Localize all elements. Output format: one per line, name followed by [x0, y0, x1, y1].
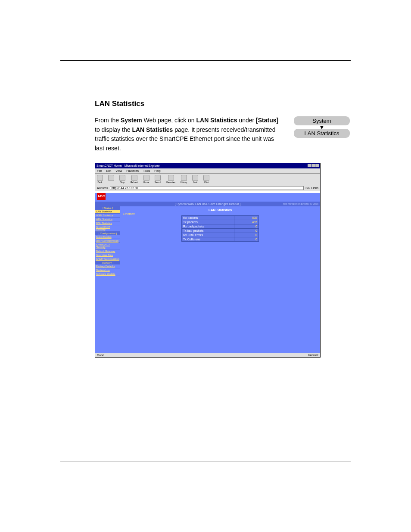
stop-icon [119, 175, 125, 181]
adc-logo: ADC [97, 193, 106, 200]
menu-edit[interactable]: Edit [106, 169, 111, 172]
home-label: Home [143, 181, 149, 184]
favorites-icon [168, 175, 174, 181]
home-icon [143, 175, 149, 181]
para-lanstats2: LAN Statistics [132, 126, 173, 133]
menu-tools[interactable]: Tools [143, 169, 150, 172]
browser-toolbar: Back Stop Refresh Home Search Favorites … [95, 174, 320, 185]
sidebar-item-factory-defaults[interactable]: Factory Defaults [95, 264, 120, 268]
para-system: System [121, 117, 142, 124]
table-row: Tx packets497 [182, 220, 259, 224]
favorites-button[interactable]: Favorites [166, 175, 175, 184]
sidebar-group-status: [ Status ] [95, 206, 120, 210]
home-button[interactable]: Home [143, 175, 149, 184]
sidebar-item-security-config[interactable]: SmartCNCT Security [95, 243, 120, 249]
forward-icon [108, 175, 114, 181]
ethernet-label: Ethernet: [123, 212, 135, 215]
stat-label: Tx bad packets [182, 228, 234, 233]
address-input[interactable]: http://144.76.102.31 [110, 186, 304, 190]
forward-button[interactable] [108, 175, 114, 184]
sidebar-item-snmp[interactable]: SNMP Communities [95, 257, 120, 261]
mail-icon [192, 175, 198, 181]
search-label: Search [155, 181, 162, 184]
content-pane: LAN Statistics Ethernet: Rx packets535 T… [120, 206, 320, 353]
minimize-icon[interactable] [308, 164, 311, 167]
para-text: Web page, click on [142, 117, 196, 124]
search-button[interactable]: Search [155, 175, 162, 184]
menu-favorites[interactable]: Favorites [126, 169, 139, 172]
stat-value: 497 [234, 220, 259, 224]
table-row: Tx Collisions0 [182, 237, 259, 241]
stat-label: Tx Collisions [182, 237, 234, 241]
body-paragraph: From the System Web page, click on LAN S… [95, 116, 282, 153]
history-button[interactable]: History [181, 175, 187, 184]
menu-help[interactable]: Help [154, 169, 160, 172]
stat-label: Rx packets [182, 215, 234, 220]
address-label: Address [97, 187, 108, 190]
stat-label: Tx packets [182, 220, 234, 224]
search-icon [155, 175, 161, 181]
sidebar-item-lan-statistics[interactable]: LAN Statistics [95, 210, 120, 214]
stop-button[interactable]: Stop [119, 175, 125, 184]
back-button[interactable]: Back [97, 175, 103, 184]
menu-view[interactable]: View [115, 169, 122, 172]
status-left: Done [97, 354, 104, 357]
para-text: to display the [95, 126, 132, 133]
sidebar-item-dsl-statistics[interactable]: DSL Statistics [95, 221, 120, 225]
sidebar-group-config: [ Configuration ] [95, 232, 120, 235]
maximize-icon[interactable] [311, 164, 315, 167]
section-heading: LAN Statistics [95, 100, 351, 108]
refresh-button[interactable]: Refresh [131, 175, 138, 184]
para-text: under [237, 117, 256, 124]
sidebar-item-system-log[interactable]: System Log [95, 268, 120, 272]
top-tabs[interactable]: [ System WAN LAN DSL Save Changes Reboot… [95, 202, 320, 206]
table-row: Rx bad packets0 [182, 224, 259, 228]
sidebar-item-default-gateway[interactable]: Default Gateway [95, 249, 120, 253]
history-icon [181, 175, 187, 181]
sidebar-item-software-update[interactable]: Software Update [95, 272, 120, 276]
refresh-icon [131, 175, 137, 181]
flow-lan-statistics: LAN Statistics [294, 129, 350, 138]
sidebar-item-wan-statistics[interactable]: WAN Statistics [95, 214, 120, 218]
sidebar-item-user-admin[interactable]: User Administration [95, 239, 120, 243]
mail-label: Mail [193, 181, 197, 184]
table-row: Rx CRC errors0 [182, 233, 259, 237]
stat-label: Rx bad packets [182, 224, 234, 228]
mail-button[interactable]: Mail [192, 175, 198, 184]
tabs-text[interactable]: [ System WAN LAN DSL Save Changes Reboot… [175, 202, 240, 205]
close-icon[interactable] [315, 164, 319, 167]
pane-title: LAN Statistics [120, 206, 320, 215]
go-button[interactable]: Go [305, 187, 309, 190]
embedded-screenshot: SmartCNCT Home - Microsoft Internet Expl… [95, 163, 321, 358]
history-label: History [181, 181, 187, 184]
print-button[interactable]: Print [203, 175, 209, 184]
sidebar: [ Status ] LAN Statistics WAN Statistics… [95, 206, 120, 353]
back-icon [97, 175, 103, 181]
window-buttons[interactable] [307, 164, 319, 168]
sidebar-item-static-routes[interactable]: Static Routes [95, 235, 120, 239]
stat-label: Rx CRC errors [182, 233, 234, 237]
table-row: Rx packets535 [182, 215, 259, 220]
refresh-label: Refresh [131, 181, 138, 184]
menu-file[interactable]: File [97, 169, 102, 172]
table-row: Tx bad packets0 [182, 228, 259, 233]
nav-flow: System ▼ LAN Statistics [294, 116, 350, 138]
sidebar-item-atm-statistics[interactable]: ATM Statistics [95, 218, 120, 221]
status-bar: Done Internet [95, 353, 320, 357]
favorites-label: Favorites [166, 181, 175, 184]
para-status: [Status] [256, 117, 278, 124]
address-bar: Address http://144.76.102.31 Go Links [95, 185, 320, 191]
stat-value: 0 [234, 228, 259, 233]
para-text: From the [95, 117, 121, 124]
para-lanstats1: LAN Statistics [196, 117, 237, 124]
browser-menubar[interactable]: File Edit View Favorites Tools Help [95, 168, 320, 174]
sidebar-item-security-status[interactable]: SmartCNCT Security [95, 225, 120, 232]
sidebar-item-spanning-tree[interactable]: Spanning Tree [95, 253, 120, 257]
links-button[interactable]: Links [311, 187, 318, 190]
stop-label: Stop [120, 181, 125, 184]
back-label: Back [97, 181, 102, 184]
status-right: Internet [308, 354, 318, 357]
stat-value: 0 [234, 237, 259, 241]
stat-value: 0 [234, 233, 259, 237]
stat-value: 535 [234, 215, 259, 220]
